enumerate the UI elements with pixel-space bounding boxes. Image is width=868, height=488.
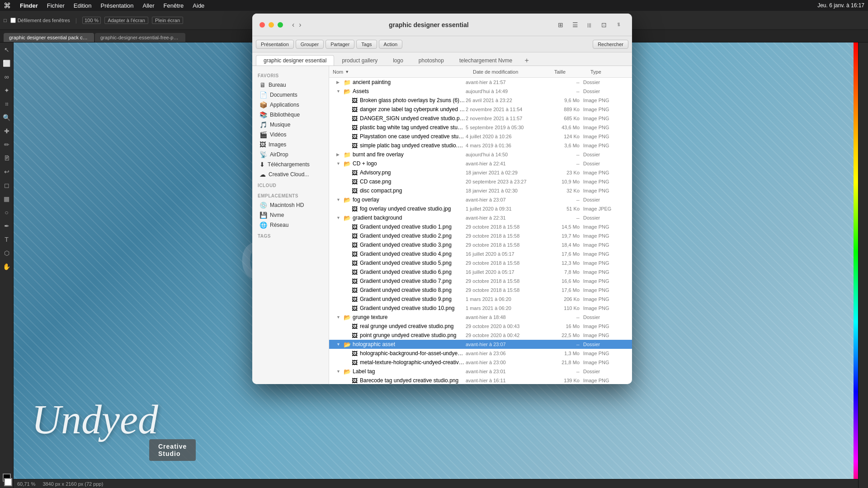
file-row[interactable]: 🖼 real grunge undyed creative studio.png…: [329, 322, 632, 331]
btn-partager[interactable]: Partager: [326, 40, 354, 49]
ps-tool-brush[interactable]: ✏: [1, 139, 12, 150]
file-row[interactable]: 🖼 Gradient undyed creative studio 7.png …: [329, 277, 632, 286]
btn-grouper[interactable]: Grouper: [296, 40, 324, 49]
file-row[interactable]: ▼ 📂 fog overlay avant-hier à 23:07 -- Do…: [329, 195, 632, 204]
file-row[interactable]: 🖼 CD case.png 20 septembre 2023 à 23:27 …: [329, 177, 632, 186]
window-minimize-btn[interactable]: [269, 22, 274, 28]
ps-tool-move[interactable]: ↖: [1, 44, 12, 55]
file-row[interactable]: 🖼 disc compact.png 18 janvier 2021 à 02:…: [329, 186, 632, 195]
sidebar-item-nvme[interactable]: 💾 Nvme: [254, 210, 327, 220]
file-row[interactable]: 🖼 DANGER_SIGN undyed creative studio.png…: [329, 114, 632, 123]
finder-tab-add[interactable]: +: [522, 56, 532, 66]
file-expand-icon[interactable]: ▼: [336, 342, 344, 347]
menu-aide[interactable]: Aide: [189, 1, 208, 10]
finder-tab-4[interactable]: telechargement Nvme: [452, 55, 520, 66]
ps-tool-gradient[interactable]: ▦: [1, 193, 12, 204]
col-header-size[interactable]: Taille: [551, 69, 587, 75]
ps-full-btn[interactable]: Plein écran: [152, 17, 183, 24]
file-expand-icon[interactable]: ▶: [336, 152, 344, 157]
sidebar-item-airdrop[interactable]: 📡 AirDrop: [254, 150, 327, 160]
file-expand-icon[interactable]: ▼: [336, 89, 344, 94]
finder-tab-2[interactable]: logo: [385, 55, 411, 66]
file-row[interactable]: 🖼 Gradient undyed creative studio 4.png …: [329, 249, 632, 258]
file-row[interactable]: 🖼 Playstation one case undyed creative s…: [329, 132, 632, 141]
ps-tool-stamp[interactable]: 🖹: [1, 153, 12, 164]
file-row[interactable]: 🖼 simple platic bag undyed creative stud…: [329, 141, 632, 150]
menu-edition[interactable]: Edition: [70, 1, 95, 10]
ps-tool-wand[interactable]: ✦: [1, 85, 12, 96]
sidebar-item-documents[interactable]: 📄 Documents: [254, 90, 327, 100]
finder-list-view-icon[interactable]: ☰: [569, 19, 581, 31]
finder-icon-view-icon[interactable]: ⊞: [554, 19, 567, 31]
sidebar-item-images[interactable]: 🖼 Images: [254, 140, 327, 150]
ps-tab-1[interactable]: graphic-designer-essential-free-pack-une…: [95, 33, 185, 42]
file-row[interactable]: 🖼 holographic-background-for-asset-undye…: [329, 349, 632, 358]
finder-tab-0[interactable]: graphic designer essential: [256, 55, 334, 66]
ps-scroll-checkbox[interactable]: [10, 18, 16, 23]
file-row[interactable]: ▶ 📁 ancient painting avant-hier à 21:57 …: [329, 78, 632, 87]
menu-finder[interactable]: Finder: [16, 1, 42, 10]
sidebar-item-applications[interactable]: 📦 Applications: [254, 100, 327, 110]
file-row[interactable]: 🖼 Barecode tag undyed creative studio.pn…: [329, 376, 632, 384]
finder-tab-1[interactable]: product gallery: [334, 55, 385, 66]
file-row[interactable]: 🖼 Gradient undyed creative studio 5.png …: [329, 258, 632, 267]
file-row[interactable]: ▼ 📂 grunge texture avant-hier à 18:48 --…: [329, 313, 632, 322]
window-maximize-btn[interactable]: [278, 22, 283, 28]
apple-menu[interactable]: ⌘: [4, 1, 11, 10]
file-row[interactable]: 🖼 Gradient undyed creative studio 1.png …: [329, 222, 632, 231]
file-row[interactable]: 🖼 Gradient undyed creative studio 8.png …: [329, 286, 632, 295]
sidebar-item-creative-cloud[interactable]: ☁ Creative Cloud...: [254, 169, 327, 179]
ps-tool-path[interactable]: ⬡: [1, 248, 12, 258]
col-header-date[interactable]: Date de modification: [469, 69, 551, 75]
file-expand-icon[interactable]: ▶: [336, 80, 344, 84]
btn-presentation[interactable]: Présentation: [256, 40, 294, 49]
sidebar-item-telechargements[interactable]: ⬇ Téléchargements: [254, 160, 327, 169]
ps-tool-dodge[interactable]: ○: [1, 207, 12, 218]
ps-tab-0[interactable]: graphic designer essential pack copie 2.…: [4, 33, 94, 42]
ps-tool-select[interactable]: ⬜: [1, 58, 12, 69]
finder-sort-icon[interactable]: ⥮: [612, 19, 625, 31]
sidebar-item-musique[interactable]: 🎵 Musique: [254, 120, 327, 130]
file-row[interactable]: ▼ 📂 Label tag avant-hier à 23:01 -- Doss…: [329, 367, 632, 376]
menu-presentation[interactable]: Présentation: [97, 1, 137, 10]
file-row[interactable]: 🖼 fog overlay undyed creative studio.jpg…: [329, 204, 632, 213]
sidebar-item-bibliotheque[interactable]: 📚 Bibliothèque: [254, 110, 327, 120]
file-expand-icon[interactable]: ▼: [336, 197, 344, 202]
file-row[interactable]: 🖼 Gradient undyed creative studio 9.png …: [329, 295, 632, 304]
finder-tab-3[interactable]: photoshop: [411, 55, 452, 66]
finder-column-view-icon[interactable]: ⫼: [583, 19, 596, 31]
ps-bg-color[interactable]: [4, 478, 12, 486]
ps-fit-btn[interactable]: Adapter à l'écran: [104, 17, 148, 24]
file-expand-icon[interactable]: ▼: [336, 161, 344, 166]
file-row[interactable]: 🖼 point grunge undyed creative studio.pn…: [329, 331, 632, 340]
ps-zoom-value[interactable]: 100 %: [82, 17, 101, 24]
file-row[interactable]: 🖼 Gradient undyed creative studio 10.png…: [329, 304, 632, 313]
ps-tool-text[interactable]: T: [1, 234, 12, 245]
ps-tool-pen[interactable]: ✒: [1, 221, 12, 231]
menu-aller[interactable]: Aller: [139, 1, 158, 10]
sidebar-item-reseau[interactable]: 🌐 Réseau: [254, 220, 327, 230]
file-row[interactable]: 🖼 danger zone label tag cyberpunk undyed…: [329, 105, 632, 114]
file-row[interactable]: 🖼 Broken glass photo overlays by 2suns (…: [329, 96, 632, 105]
window-close-btn[interactable]: [259, 22, 265, 28]
ps-tool-hand[interactable]: ✋: [1, 261, 12, 272]
sidebar-item-bureau[interactable]: 🖥 Bureau: [254, 80, 327, 90]
file-row[interactable]: ▶ 📁 burnt and fire overlay aujourd'hui à…: [329, 150, 632, 159]
file-expand-icon[interactable]: ▼: [336, 315, 344, 319]
file-row[interactable]: 🖼 plastic bag white tag undyed creative …: [329, 123, 632, 132]
sidebar-item-macintosh[interactable]: 💿 Macintosh HD: [254, 200, 327, 210]
file-row[interactable]: ▼ 📂 Assets aujourd'hui à 14:49 -- Dossie…: [329, 87, 632, 96]
menu-fichier[interactable]: Fichier: [43, 1, 68, 10]
file-row[interactable]: 🖼 Gradient undyed creative studio 3.png …: [329, 240, 632, 249]
col-header-name[interactable]: Nom ▼: [329, 69, 469, 75]
ps-tool-eraser[interactable]: ◻: [1, 180, 12, 191]
file-row[interactable]: 🖼 Gradient undyed creative studio 6.png …: [329, 267, 632, 277]
ps-tool-history[interactable]: ↩: [1, 166, 12, 177]
ps-tool-eyedropper[interactable]: 🔍: [1, 112, 12, 123]
file-expand-icon[interactable]: ▼: [336, 216, 344, 220]
finder-back-btn[interactable]: ‹: [290, 20, 296, 30]
ps-tool-crop[interactable]: ⌗: [1, 99, 12, 109]
file-row[interactable]: ▼ 📂 holographic asset avant-hier à 23:07…: [329, 340, 632, 349]
file-row[interactable]: 🖼 Gradient undyed creative studio 2.png …: [329, 231, 632, 240]
file-row[interactable]: 🖼 Advisory.png 18 janvier 2021 à 02:29 2…: [329, 168, 632, 177]
